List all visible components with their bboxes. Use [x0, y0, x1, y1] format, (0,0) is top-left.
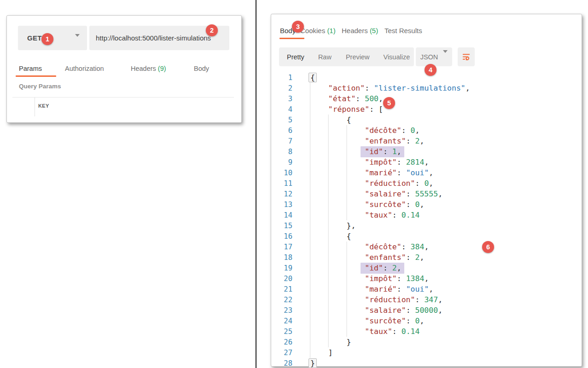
code-line: 13 "surcôte": 0,	[271, 199, 582, 210]
code-line: 27 ]	[271, 347, 582, 358]
code-token: 0	[424, 179, 429, 188]
indent-guides	[310, 157, 365, 167]
code-line: 10 "marié": "oui",	[271, 167, 582, 178]
code-token: 50000	[415, 306, 438, 315]
code-token: "impôt"	[365, 274, 397, 283]
code-token: :	[402, 126, 411, 135]
code-token: "surcôte"	[365, 316, 406, 325]
line-number: 7	[271, 136, 292, 147]
line-number: 27	[271, 348, 292, 358]
code-line: 21 "marié": "oui",	[271, 284, 582, 294]
search-highlight: "id": 2,	[361, 263, 404, 274]
code-token: 347	[424, 295, 438, 304]
annotation-badge-4: 4	[425, 64, 437, 76]
view-preview-button[interactable]: Preview	[346, 53, 370, 61]
tab-body[interactable]: Body	[194, 65, 209, 72]
code-token: }	[346, 338, 351, 346]
code-token: ,	[378, 94, 383, 103]
indent-guides	[310, 125, 365, 136]
key-column-header: KEY	[38, 103, 49, 109]
line-number: 2	[271, 83, 292, 94]
line-number: 12	[271, 189, 292, 200]
query-params-title: Query Params	[19, 83, 61, 90]
tab-params[interactable]: Params	[19, 65, 42, 72]
line-number: 15	[271, 221, 292, 231]
indent-guides	[310, 178, 365, 189]
code-token: ,	[424, 274, 429, 283]
code-token: :	[392, 327, 402, 336]
code-token: :	[406, 306, 415, 315]
cookies-count: (1)	[327, 27, 335, 34]
indent-guides	[310, 242, 365, 252]
view-visualize-button[interactable]: Visualize	[383, 53, 410, 61]
line-number: 21	[271, 284, 292, 295]
tab-cookies[interactable]: Cookies (1)	[300, 27, 336, 34]
code-line: 11 "réduction": 0,	[271, 178, 582, 189]
line-number: 1	[271, 73, 292, 83]
tab-test-results[interactable]: Test Results	[384, 27, 422, 34]
annotation-badge-2: 2	[206, 24, 218, 36]
language-dropdown[interactable]: JSON	[416, 47, 452, 66]
code-token: 1384	[406, 274, 425, 283]
indent-guides	[310, 220, 346, 231]
code-token: "action"	[328, 84, 365, 92]
code-token: ,	[438, 295, 442, 304]
code-token: : [	[369, 105, 383, 114]
indent-guides	[310, 210, 365, 220]
line-number: 13	[271, 200, 292, 210]
code-token: 0.14	[402, 211, 420, 219]
line-number: 22	[271, 295, 292, 305]
code-token: "réponse"	[328, 105, 369, 114]
code-line: 5 {	[271, 115, 582, 125]
code-token: :	[402, 242, 411, 251]
code-token: 384	[411, 242, 425, 251]
search-highlight: "id": 1,	[361, 146, 404, 157]
code-editor[interactable]: 1{2 "action": "lister-simulations",3 "ét…	[271, 72, 582, 368]
indent-guides	[310, 83, 328, 93]
code-token: 1	[392, 147, 397, 156]
method-label: GET	[27, 34, 42, 42]
wrap-text-button[interactable]	[458, 47, 475, 66]
code-line: 6 "décôte": 0,	[271, 125, 582, 136]
code-token: 2	[392, 264, 397, 272]
indent-guides	[310, 316, 365, 326]
code-token: "id"	[365, 147, 383, 156]
code-line: 18 "enfants": 2,	[271, 252, 582, 263]
code-token: 0	[415, 200, 420, 209]
code-token: ,	[466, 84, 470, 92]
line-number: 20	[271, 274, 292, 284]
line-number: 16	[271, 231, 292, 242]
line-number: 18	[271, 253, 292, 263]
indent-guides	[310, 136, 365, 146]
code-line: 12 "salaire": 55555,	[271, 189, 582, 199]
tab-headers[interactable]: Headers (9)	[131, 65, 166, 72]
code-token: ,	[419, 200, 424, 209]
code-token: :	[415, 179, 425, 188]
line-number: 28	[271, 358, 292, 368]
code-token: ,	[424, 158, 429, 167]
line-number: 14	[271, 210, 292, 221]
line-number: 9	[271, 157, 292, 168]
code-token: ,	[429, 168, 433, 177]
indent-guides	[310, 326, 365, 337]
tab-authorization[interactable]: Authorization	[65, 65, 104, 72]
code-token: "oui"	[406, 285, 429, 293]
code-line: 25 "taux": 0.14	[271, 326, 582, 337]
code-token: 2	[415, 253, 420, 262]
chevron-down-icon[interactable]	[75, 37, 80, 45]
code-line: 14 "taux": 0.14	[271, 210, 582, 220]
code-token: "surcôte"	[365, 200, 406, 209]
tab-response-headers[interactable]: Headers (5)	[342, 27, 378, 34]
wrap-text-icon	[462, 52, 471, 61]
code-line: 16 {	[271, 231, 582, 242]
code-token: ,	[419, 316, 424, 325]
view-pretty-button[interactable]: Pretty	[287, 53, 304, 61]
code-line: 8 "id": 1,	[271, 146, 582, 157]
code-token: ]	[328, 348, 333, 357]
view-raw-button[interactable]: Raw	[318, 53, 332, 61]
code-token: "enfants"	[365, 137, 406, 145]
code-token: "salaire"	[365, 190, 406, 198]
active-tab-underline	[16, 75, 56, 77]
code-token: :	[397, 168, 406, 177]
code-token: {	[346, 115, 351, 124]
